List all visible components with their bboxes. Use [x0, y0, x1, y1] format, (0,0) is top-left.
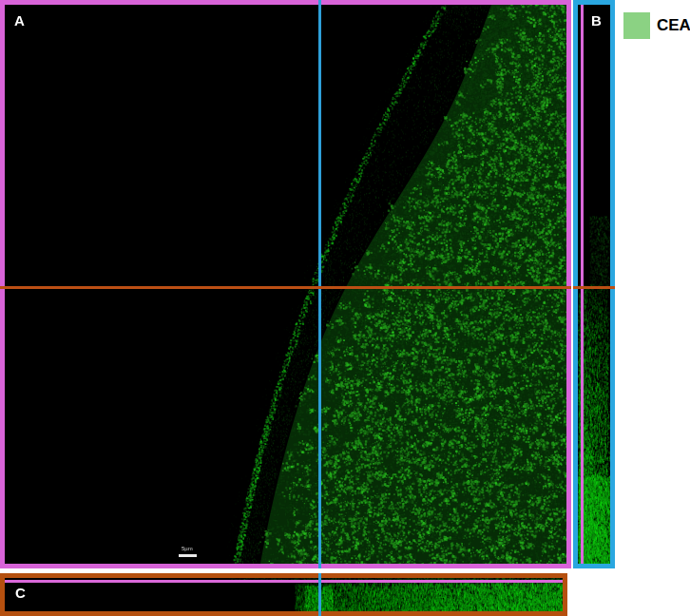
- panel-c-image: [5, 578, 563, 611]
- microscopy-figure: A B C 5µm CEA: [0, 0, 690, 616]
- panel-a-label: A: [14, 12, 25, 29]
- crosshair-horizontal-b: [573, 286, 615, 289]
- slice-marker-c: [5, 580, 563, 583]
- scale-bar: [179, 554, 197, 557]
- scale-bar-label: 5µm: [182, 546, 193, 551]
- panel-b: [573, 0, 615, 568]
- panel-c-label: C: [15, 585, 26, 601]
- panel-a-image: [5, 5, 566, 564]
- legend-label: CEA: [657, 16, 690, 35]
- slice-marker-b: [581, 5, 584, 564]
- panel-a: [0, 0, 571, 568]
- crosshair-vertical-c: [318, 573, 321, 616]
- crosshair-horizontal-a: [0, 286, 571, 289]
- panel-b-label: B: [591, 12, 602, 29]
- legend-swatch: [623, 12, 650, 39]
- legend: CEA: [623, 12, 690, 39]
- crosshair-vertical-a: [318, 0, 321, 568]
